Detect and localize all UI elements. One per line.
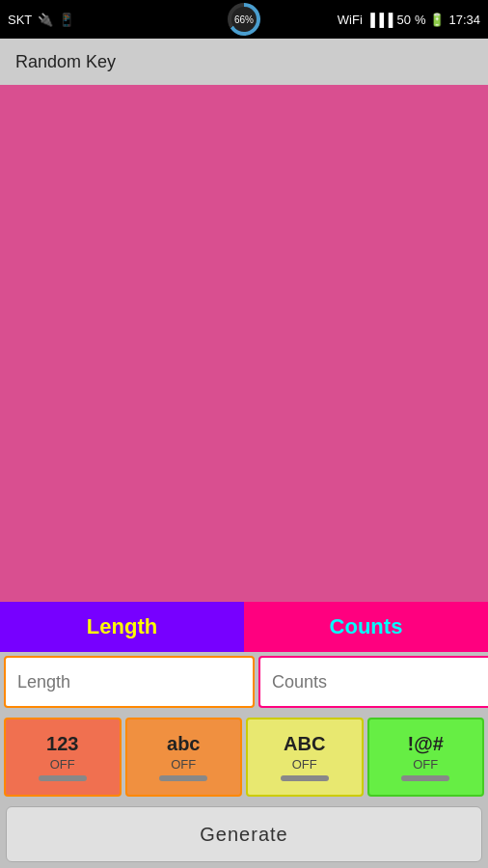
battery-suffix: % (415, 13, 426, 27)
length-header-label: Length (87, 614, 157, 639)
toggle-abc-bar (159, 775, 207, 781)
toggle-special-label: !@# (408, 733, 444, 755)
toggle-123-button[interactable]: 123 OFF (4, 718, 122, 797)
generate-row: Generate (0, 800, 488, 868)
usb-icon: 🔌 (38, 13, 53, 27)
carrier-label: SKT (8, 13, 32, 27)
wifi-icon: WiFi (338, 13, 363, 27)
toggle-ABC-label: ABC (284, 733, 325, 755)
toggle-ABC-button[interactable]: ABC OFF (246, 718, 364, 797)
phone-icon: 📱 (59, 13, 74, 27)
battery-percent: 66% (231, 7, 257, 32)
toggle-ABC-status: OFF (292, 757, 317, 772)
status-left: SKT 🔌 📱 (8, 13, 74, 27)
toggle-123-status: OFF (50, 757, 75, 772)
toggle-row: 123 OFF abc OFF ABC OFF !@# OFF (0, 714, 488, 800)
toggle-special-status: OFF (413, 757, 438, 772)
status-bar: SKT 🔌 📱 66% WiFi ▐▐▐ 50 % 🔋 17:34 (0, 0, 488, 39)
length-input[interactable] (4, 656, 255, 708)
battery-circle: 66% (228, 3, 260, 36)
status-center: 66% (228, 3, 260, 36)
generate-button[interactable]: Generate (6, 806, 482, 862)
toggle-special-button[interactable]: !@# OFF (367, 718, 485, 797)
main-content: Length Counts 123 OFF abc OFF AB (0, 85, 488, 868)
toggle-123-bar (39, 775, 87, 781)
counts-header-label: Counts (330, 614, 403, 639)
toggle-ABC-bar (281, 775, 329, 781)
toggle-abc-button[interactable]: abc OFF (125, 718, 243, 797)
status-right: WiFi ▐▐▐ 50 % 🔋 17:34 (338, 13, 480, 27)
length-header-cell: Length (0, 602, 244, 652)
input-row (0, 652, 488, 714)
counts-input[interactable] (258, 656, 488, 708)
generate-label: Generate (200, 824, 287, 845)
battery-icon: 🔋 (429, 13, 445, 27)
counts-header-cell: Counts (244, 602, 488, 652)
bottom-panel: Length Counts 123 OFF abc OFF AB (0, 602, 488, 868)
page-title: Random Key (15, 52, 116, 72)
header-row: Length Counts (0, 602, 488, 652)
signal-icon: ▐▐▐ (366, 13, 393, 27)
time-label: 17:34 (448, 13, 480, 27)
toggle-123-label: 123 (46, 733, 78, 755)
toggle-abc-label: abc (167, 733, 200, 755)
title-bar: Random Key (0, 39, 488, 85)
toggle-special-bar (401, 775, 449, 781)
toggle-abc-status: OFF (171, 757, 196, 772)
battery-text: 50 (396, 13, 410, 27)
